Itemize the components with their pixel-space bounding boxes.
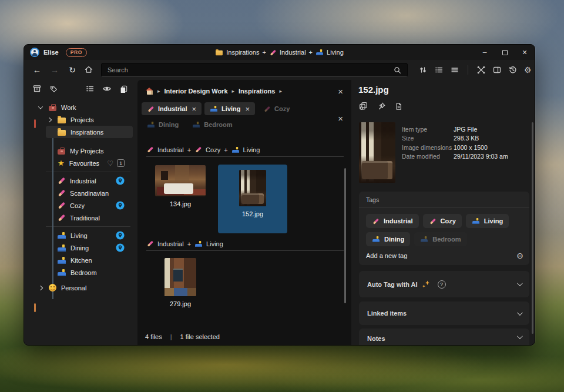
heart-icon[interactable]: ♡ [107,159,113,167]
briefcase-icon [58,149,65,155]
work-accent-bar [34,119,36,128]
minimize-button[interactable]: – [475,45,495,60]
linked-items-section[interactable]: Linked items [359,301,529,325]
split-panel-icon[interactable] [492,65,502,75]
user-avatar[interactable] [30,48,39,57]
filter-chip-bedroom[interactable]: Bedroom [187,118,237,131]
remove-filter-icon[interactable]: × [246,105,250,113]
sort-icon[interactable] [418,65,428,75]
group-list-icon[interactable] [434,65,444,75]
add-tag-input[interactable]: Add a new tag [366,252,407,259]
chevron-down-icon[interactable] [37,106,44,109]
location-pin-icon[interactable] [116,231,125,240]
close-button[interactable]: × [515,45,535,60]
sofa-icon [58,257,66,264]
star-icon: ★ [58,159,65,167]
user-name[interactable]: Elise [43,49,59,56]
eye-icon[interactable] [102,84,112,93]
sidebar-item-work[interactable]: Work [37,101,133,113]
sidebar-item-kitchen[interactable]: Kitchen [46,254,133,266]
tag-icon[interactable] [49,85,58,93]
copy-pages-icon[interactable] [119,85,128,93]
tag-chip-industrial[interactable]: Industrial [366,214,419,228]
pushpin-icon[interactable] [377,102,386,111]
chevron-down-icon[interactable] [517,333,523,339]
chevron-right-icon[interactable] [46,118,53,122]
home-button[interactable] [84,65,93,76]
sidebar-item-my-projects[interactable]: My Projects [46,145,133,157]
sidebar-divider [46,172,130,172]
tag-chip-cozy[interactable]: Cozy [423,214,462,228]
location-pin-icon[interactable] [116,201,125,210]
sofa-icon [421,236,428,242]
thumbnail-279 [164,258,196,296]
tag-chip-dining[interactable]: Dining [366,232,410,246]
sidebar-item-personal[interactable]: Personal [37,282,133,294]
file-tile-279[interactable]: 279.jpg [160,258,201,307]
sidebar-item-projects[interactable]: Projects [46,113,133,126]
search-input[interactable] [102,66,393,73]
details-scrollbar[interactable] [532,122,533,334]
breadcrumb-item[interactable]: Inspirations [239,88,275,95]
status-bar: 4 files | 1 file selected [145,333,220,340]
maximize-button[interactable] [495,45,515,60]
file-tile-134[interactable]: 134.jpg [152,165,209,207]
help-icon[interactable]: ? [438,280,446,289]
history-icon[interactable] [508,65,518,75]
sidebar-item-traditional[interactable]: Traditional [46,212,133,224]
forward-button[interactable]: → [50,65,59,75]
pro-badge: PRO [66,48,87,57]
connections-icon[interactable] [476,65,486,75]
selection-count: 1 file selected [180,333,220,340]
refresh-button[interactable]: ↻ [68,65,77,75]
collapse-tags-icon[interactable]: ⊖ [516,251,523,260]
sofa-icon [147,122,155,128]
notes-section[interactable]: Notes [359,329,529,346]
find-similar-icon[interactable] [358,101,368,111]
chevron-down-icon[interactable] [517,310,523,316]
sidebar-item-industrial[interactable]: Industrial [46,175,133,187]
home-icon[interactable] [146,88,153,95]
auto-tag-section[interactable]: Auto Tag with AI ? [359,271,529,297]
tag-chip-living[interactable]: Living [466,214,509,228]
checklist-icon[interactable] [85,84,95,93]
archive-box-icon[interactable] [32,84,42,93]
location-pin-icon[interactable] [116,176,125,185]
chevron-right-icon[interactable] [37,286,44,290]
sidebar-item-dining[interactable]: Dining [46,242,133,254]
filter-chip-cozy[interactable]: Cozy [258,102,295,115]
tag-chip-bedroom[interactable]: Bedroom [414,232,466,246]
sidebar-item-cozy[interactable]: Cozy [46,199,133,212]
sidebar-item-inspirations[interactable]: Inspirations [46,126,133,138]
sofa-icon [58,269,66,276]
settings-gear-icon[interactable]: ⚙ [524,66,532,74]
filter-chip-dining[interactable]: Dining [142,118,184,131]
sidebar-item-scandinavian[interactable]: Scandinavian [46,187,133,199]
brush-icon [147,146,153,153]
filter-chips-row-2: Dining Bedroom [142,118,238,131]
tags-header: Tags [359,192,529,208]
center-scrollbar[interactable] [344,168,346,303]
close-view-button[interactable]: × [338,87,343,96]
thumbnail-134 [155,165,206,196]
remove-filter-icon[interactable]: × [192,105,197,113]
document-icon[interactable] [394,102,403,111]
smiley-icon [49,284,56,292]
toolbar: ← → ↻ ⚙ [24,60,535,80]
filter-chip-industrial[interactable]: Industrial × [142,102,202,115]
breadcrumb-item[interactable]: Interior Design Work [164,88,228,95]
brush-icon [270,49,276,55]
location-pin-icon[interactable] [116,243,125,252]
sidebar-item-living[interactable]: Living [46,229,133,242]
file-tile-152-selected[interactable]: 152.jpg [218,165,287,233]
sofa-icon [193,122,200,128]
clear-filters-button[interactable]: × [338,114,343,123]
search-icon[interactable] [393,66,402,75]
back-button[interactable]: ← [32,65,42,75]
folder-icon [58,118,66,123]
filter-chip-living[interactable]: Living × [204,102,255,115]
chevron-down-icon[interactable] [517,280,523,286]
menu-lines-icon[interactable] [450,65,459,75]
sidebar-item-bedroom[interactable]: Bedroom [46,266,133,279]
sidebar-item-favourites[interactable]: ★ Favourites ♡ 1 [46,157,133,169]
